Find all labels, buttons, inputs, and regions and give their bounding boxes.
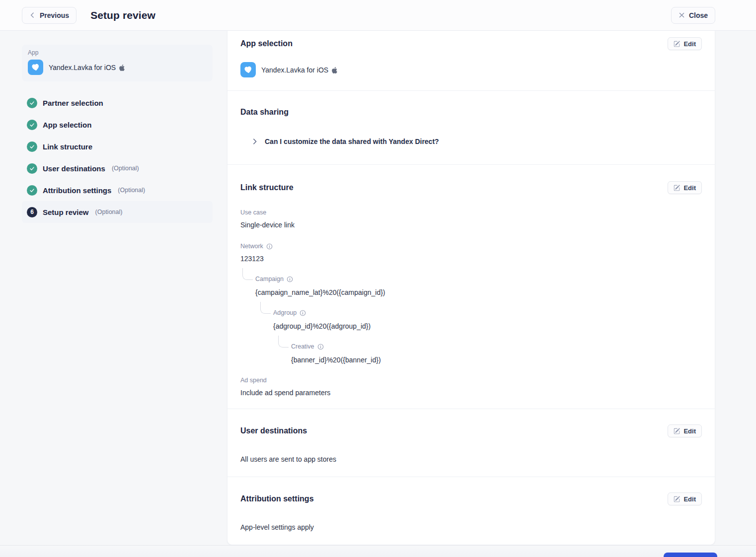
adgroup-value: {adgroup_id}%20({adgroup_id}) xyxy=(273,322,702,331)
campaign-value: {campaign_name_lat}%20({campaign_id}) xyxy=(255,288,702,297)
tree-connector xyxy=(260,302,271,314)
data-sharing-title: Data sharing xyxy=(240,108,702,117)
step-number-badge: 6 xyxy=(27,207,37,217)
sidebar: App Yandex.Lavka for iOS Partner selecti… xyxy=(0,31,227,223)
edit-app-selection-button[interactable]: Edit xyxy=(668,37,702,50)
info-icon[interactable] xyxy=(317,344,324,350)
check-icon xyxy=(27,120,37,130)
use-case-value: Single-device link xyxy=(240,221,702,229)
link-structure-title: Link structure xyxy=(240,183,294,192)
info-icon[interactable] xyxy=(300,310,306,316)
create-link-button[interactable]: Create link xyxy=(664,553,717,557)
edit-user-destinations-button[interactable]: Edit xyxy=(668,424,702,437)
section-user-destinations: User destinations Edit All users are sen… xyxy=(227,409,715,477)
edit-link-structure-button[interactable]: Edit xyxy=(668,181,702,194)
ad-spend-value: Include ad spend parameters xyxy=(240,389,702,397)
edit-icon xyxy=(674,428,680,434)
adgroup-label: Adgroup xyxy=(273,309,297,317)
edit-attribution-settings-button[interactable]: Edit xyxy=(668,492,702,505)
check-icon xyxy=(27,98,37,108)
review-card: App selection Edit Yandex.Lavka for iOS … xyxy=(227,31,715,545)
tree-level-campaign: Campaign {campaign_name_lat}%20({campaig… xyxy=(240,275,702,364)
close-button-label: Close xyxy=(689,11,708,19)
footer-bar: Create link xyxy=(0,545,756,557)
edit-icon xyxy=(674,496,680,502)
chevron-left-icon xyxy=(29,12,36,18)
edit-icon xyxy=(674,41,680,47)
top-bar: Previous Setup review Close xyxy=(0,0,756,31)
user-destinations-value: All users are sent to app stores xyxy=(240,455,702,464)
section-data-sharing: Data sharing Can I customize the data sh… xyxy=(227,91,715,165)
app-card-label: App xyxy=(28,49,207,56)
creative-label: Creative xyxy=(291,343,314,351)
attribution-settings-value: App-level settings apply xyxy=(240,523,702,532)
selected-app-name: Yandex.Lavka for iOS xyxy=(261,66,338,74)
setup-steps-list: Partner selection App selection Link str… xyxy=(22,92,213,223)
attribution-settings-title: Attribution settings xyxy=(240,494,314,503)
network-value: 123123 xyxy=(240,255,702,263)
app-selection-title: App selection xyxy=(240,39,293,48)
sidebar-item-app-selection[interactable]: App selection xyxy=(22,114,213,136)
sidebar-app-card: App Yandex.Lavka for iOS xyxy=(22,45,213,81)
yandex-lavka-app-icon xyxy=(240,62,256,77)
campaign-label: Campaign xyxy=(255,275,284,283)
data-sharing-question: Can I customize the data shared with Yan… xyxy=(265,138,439,145)
data-sharing-expander[interactable]: Can I customize the data shared with Yan… xyxy=(240,138,702,145)
content-area: App Yandex.Lavka for iOS Partner selecti… xyxy=(0,31,756,545)
info-icon[interactable] xyxy=(287,276,293,282)
previous-button-label: Previous xyxy=(40,11,69,19)
sidebar-item-link-structure[interactable]: Link structure xyxy=(22,136,213,157)
user-destinations-title: User destinations xyxy=(240,426,307,435)
close-icon xyxy=(679,12,685,18)
tree-connector xyxy=(278,336,289,348)
ad-spend-field: Ad spend Include ad spend parameters xyxy=(240,376,702,397)
check-icon xyxy=(27,163,37,174)
check-icon xyxy=(27,185,37,196)
check-icon xyxy=(27,141,37,152)
sidebar-app-name: Yandex.Lavka for iOS xyxy=(49,64,125,71)
info-icon[interactable] xyxy=(266,243,273,250)
tree-level-adgroup: Adgroup {adgroup_id}%20({adgroup_id}) Cr… xyxy=(258,309,702,364)
network-field: Network 123123 xyxy=(240,242,702,263)
network-label: Network xyxy=(240,242,263,251)
close-button[interactable]: Close xyxy=(671,7,715,24)
apple-platform-icon xyxy=(116,64,125,71)
previous-button[interactable]: Previous xyxy=(22,7,76,24)
sidebar-item-attribution-settings[interactable]: Attribution settings (Optional) xyxy=(22,179,213,201)
section-app-selection: App selection Edit Yandex.Lavka for iOS xyxy=(227,31,715,91)
use-case-field: Use case Single-device link xyxy=(240,209,702,229)
sidebar-item-partner-selection[interactable]: Partner selection xyxy=(22,92,213,114)
heart-icon xyxy=(243,65,253,75)
use-case-label: Use case xyxy=(240,209,702,217)
section-attribution-settings: Attribution settings Edit App-level sett… xyxy=(227,477,715,545)
apple-platform-icon xyxy=(328,66,338,74)
sidebar-item-user-destinations[interactable]: User destinations (Optional) xyxy=(22,157,213,179)
yandex-lavka-app-icon xyxy=(28,60,43,75)
tree-connector xyxy=(242,268,253,280)
sidebar-item-setup-review[interactable]: 6 Setup review (Optional) xyxy=(22,201,213,223)
heart-icon xyxy=(30,62,41,72)
ad-spend-label: Ad spend xyxy=(240,376,702,385)
tree-level-creative: Creative {banner_id}%20({banner_id}) xyxy=(276,343,702,364)
edit-icon xyxy=(674,185,680,191)
creative-value: {banner_id}%20({banner_id}) xyxy=(291,356,702,364)
page-title: Setup review xyxy=(90,9,155,21)
chevron-right-icon xyxy=(251,138,258,145)
section-link-structure: Link structure Edit Use case Single-devi… xyxy=(227,165,715,409)
